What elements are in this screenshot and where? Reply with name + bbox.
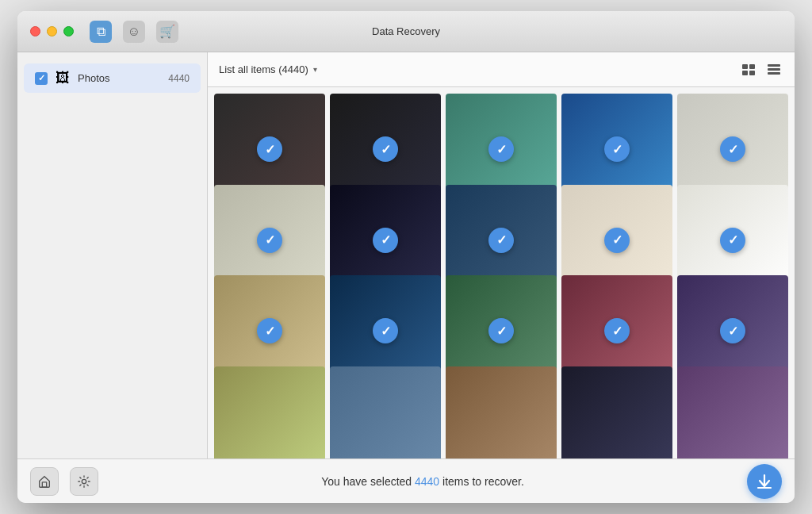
dropdown-arrow-icon: ▾ bbox=[313, 65, 317, 74]
svg-rect-6 bbox=[768, 72, 780, 75]
photo-check-icon bbox=[257, 228, 282, 253]
photo-check-icon bbox=[488, 136, 514, 162]
cart-icon[interactable]: 🛒 bbox=[156, 21, 178, 43]
toolbar: List all items (4440) ▾ bbox=[208, 52, 795, 87]
svg-rect-7 bbox=[42, 481, 46, 486]
photo-check-icon bbox=[604, 136, 630, 162]
filter-dropdown[interactable]: List all items (4440) ▾ bbox=[219, 63, 317, 75]
photo-check-icon bbox=[257, 136, 282, 162]
photo-check-icon bbox=[373, 228, 398, 253]
grid-view-toggle[interactable] bbox=[739, 62, 758, 78]
photo-check-icon bbox=[257, 318, 282, 343]
photo-check-icon bbox=[720, 228, 745, 253]
photo-cell[interactable] bbox=[446, 366, 557, 459]
content-area: List all items (4440) ▾ bbox=[208, 52, 795, 458]
recover-button[interactable] bbox=[747, 464, 782, 499]
photo-check-icon bbox=[604, 318, 630, 343]
photo-check-icon bbox=[488, 318, 514, 343]
main-area: 🖼 Photos 4440 List all items (4440) ▾ bbox=[17, 52, 795, 458]
titlebar: ⧉ ☺ 🛒 Data Recovery bbox=[17, 11, 795, 52]
photo-check-icon bbox=[604, 228, 630, 253]
svg-rect-5 bbox=[768, 68, 780, 71]
sidebar-item-photos[interactable]: 🖼 Photos 4440 bbox=[24, 63, 201, 93]
copy-icon[interactable]: ⧉ bbox=[90, 21, 112, 43]
photo-check-icon bbox=[720, 318, 745, 343]
status-count: 4440 bbox=[415, 475, 439, 488]
photos-checkbox[interactable] bbox=[35, 72, 48, 85]
bottom-left-icons bbox=[30, 467, 98, 496]
window-title: Data Recovery bbox=[372, 25, 440, 37]
photo-check-icon bbox=[373, 136, 398, 162]
list-view-toggle[interactable] bbox=[764, 62, 783, 78]
maximize-button[interactable] bbox=[63, 26, 74, 36]
status-prefix: You have selected bbox=[321, 475, 415, 488]
photo-check-icon bbox=[373, 318, 398, 343]
home-button[interactable] bbox=[30, 467, 59, 496]
svg-point-8 bbox=[82, 479, 86, 483]
settings-button[interactable] bbox=[70, 467, 98, 496]
traffic-lights bbox=[30, 26, 74, 36]
svg-rect-3 bbox=[749, 71, 755, 75]
svg-rect-4 bbox=[768, 64, 780, 67]
bottombar: You have selected 4440 items to recover. bbox=[17, 458, 795, 503]
photo-cell[interactable] bbox=[677, 366, 788, 459]
status-text: You have selected 4440 items to recover. bbox=[98, 475, 747, 488]
photo-cell[interactable] bbox=[561, 366, 672, 459]
photo-grid bbox=[208, 87, 795, 458]
sidebar: 🖼 Photos 4440 bbox=[17, 52, 208, 458]
photos-icon: 🖼 bbox=[56, 70, 70, 86]
app-window: ⧉ ☺ 🛒 Data Recovery 🖼 Photos 4440 List a… bbox=[17, 11, 795, 503]
photos-label: Photos bbox=[78, 72, 160, 84]
dropdown-label: List all items (4440) bbox=[219, 63, 308, 75]
photo-cell[interactable] bbox=[330, 366, 441, 459]
face-icon[interactable]: ☺ bbox=[123, 21, 145, 43]
photo-check-icon bbox=[488, 228, 514, 253]
titlebar-icons: ⧉ ☺ 🛒 bbox=[90, 21, 178, 43]
svg-rect-2 bbox=[742, 71, 748, 75]
photos-count: 4440 bbox=[168, 73, 190, 84]
photo-cell[interactable] bbox=[214, 366, 325, 459]
photo-check-icon bbox=[720, 136, 745, 162]
view-toggles bbox=[739, 62, 783, 78]
minimize-button[interactable] bbox=[47, 26, 57, 36]
svg-rect-1 bbox=[749, 64, 755, 69]
svg-rect-0 bbox=[742, 64, 748, 69]
close-button[interactable] bbox=[30, 26, 40, 36]
status-suffix: items to recover. bbox=[439, 475, 524, 488]
